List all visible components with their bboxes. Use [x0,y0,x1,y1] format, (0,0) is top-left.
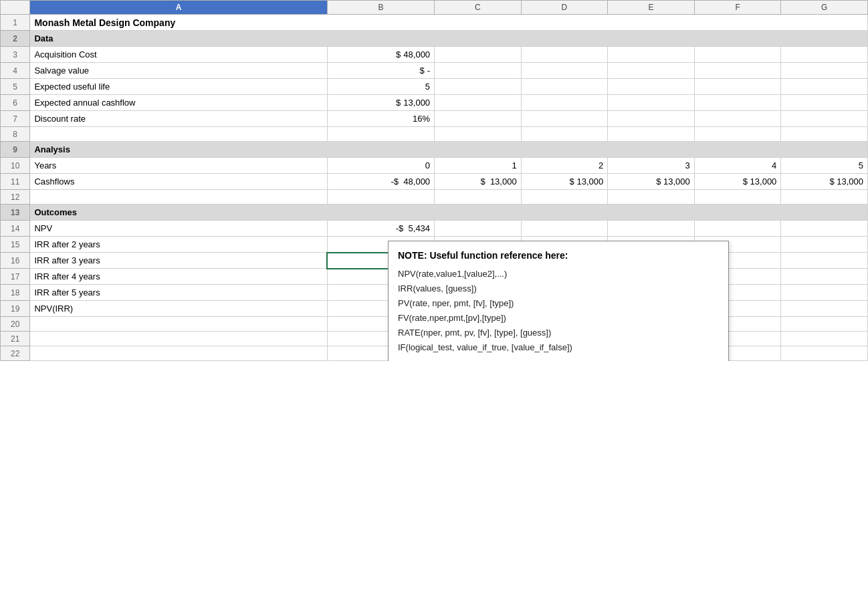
table-row: 14NPV-$ 5,434 [1,221,868,237]
empty-cell [30,317,327,332]
empty-cell [435,190,522,205]
empty-cell [781,95,868,111]
empty-cell [608,63,695,79]
outcome-label[interactable]: NPV [30,221,327,237]
empty-cell [608,79,695,95]
cashflow-b[interactable]: -$ 48,000 [327,174,434,190]
row-number: 21 [1,332,30,346]
col-header-d: D [521,1,608,15]
empty-cell [521,111,608,127]
col-header-a: A [30,1,327,15]
empty-cell [781,285,868,301]
outcome-label[interactable]: IRR after 3 years [30,253,327,269]
empty-cell [781,111,868,127]
empty-cell [435,127,522,142]
empty-cell [521,190,608,205]
col-header-e: E [608,1,695,15]
empty-cell [781,63,868,79]
row-number: 11 [1,174,30,190]
empty-cell [694,190,781,205]
empty-cell [435,79,522,95]
empty-cell [781,346,868,361]
col-header-f: F [694,1,781,15]
empty-cell [435,95,522,111]
empty-cell [327,190,434,205]
empty-cell [781,332,868,346]
year-value-f: 4 [694,158,781,174]
company-title[interactable]: Monash Metal Design Company [30,15,868,31]
empty-cell [608,221,695,237]
empty-cell [30,332,327,346]
data-value-b[interactable]: 16% [327,111,434,127]
row-number: 1 [1,15,30,31]
note-title: NOTE: Useful function reference here: [398,248,719,264]
note-box: NOTE: Useful function reference here: NP… [388,241,729,361]
empty-cell [521,95,608,111]
cashflow-f[interactable]: $ 13,000 [694,174,781,190]
data-label[interactable]: Expected annual cashflow [30,95,327,111]
empty-cell [521,63,608,79]
row-number: 5 [1,79,30,95]
section-label: Outcomes [30,205,868,221]
empty-cell [521,221,608,237]
empty-cell [435,221,522,237]
row-number: 9 [1,142,30,158]
cashflow-g[interactable]: $ 13,000 [781,174,868,190]
data-label[interactable]: Salvage value [30,63,327,79]
row-number: 10 [1,158,30,174]
empty-cell [608,47,695,63]
empty-cell [327,127,434,142]
row-number: 7 [1,111,30,127]
note-line: PV(rate, nper, pmt, [fv], [type]) [398,296,719,311]
table-row: 4Salvage value$- [1,63,868,79]
row-number: 4 [1,63,30,79]
table-row: 13Outcomes [1,205,868,221]
table-row: 12 [1,190,868,205]
empty-cell [781,79,868,95]
table-row: 6Expected annual cashflow$13,000 [1,95,868,111]
data-value-b[interactable]: $- [327,63,434,79]
outcome-label[interactable]: IRR after 4 years [30,269,327,285]
section-label: Analysis [30,142,868,158]
outcome-label[interactable]: IRR after 2 years [30,237,327,253]
empty-cell [781,221,868,237]
data-label[interactable]: Discount rate [30,111,327,127]
note-line: FV(rate,nper,pmt,[pv],[type]) [398,311,719,326]
cashflow-d[interactable]: $ 13,000 [521,174,608,190]
outcome-value[interactable]: -$ 5,434 [327,221,434,237]
cashflow-c[interactable]: $ 13,000 [435,174,522,190]
table-row: 8 [1,127,868,142]
outcome-label[interactable]: IRR after 5 years [30,285,327,301]
cashflow-e[interactable]: $ 13,000 [608,174,695,190]
data-value-b[interactable]: $13,000 [327,95,434,111]
row-number: 22 [1,346,30,361]
empty-cell [694,79,781,95]
table-row: 2Data [1,31,868,47]
empty-cell [694,111,781,127]
empty-cell [608,95,695,111]
data-label[interactable]: Expected useful life [30,79,327,95]
note-line: NPV(rate,value1,[value2],...) [398,267,719,281]
col-header-c: C [435,1,522,15]
data-label[interactable]: Acquisition Cost [30,47,327,63]
empty-cell [694,63,781,79]
outcome-label[interactable]: NPV(IRR) [30,301,327,317]
note-line: RATE(nper, pmt, pv, [fv], [type], [guess… [398,326,719,340]
year-value-d: 2 [521,158,608,174]
year-value-c: 1 [435,158,522,174]
corner-cell [1,1,30,15]
empty-cell [781,253,868,269]
row-number: 19 [1,301,30,317]
note-line: IRR(values, [guess]) [398,281,719,296]
empty-cell [608,127,695,142]
empty-cell [30,346,327,361]
empty-cell [521,47,608,63]
cashflow-label: Cashflows [30,174,327,190]
empty-cell [521,127,608,142]
table-row: 1Monash Metal Design Company [1,15,868,31]
row-number: 12 [1,190,30,205]
data-value-b[interactable]: 5 [327,79,434,95]
data-value-b[interactable]: $48,000 [327,47,434,63]
row-number: 2 [1,31,30,47]
row-number: 13 [1,205,30,221]
